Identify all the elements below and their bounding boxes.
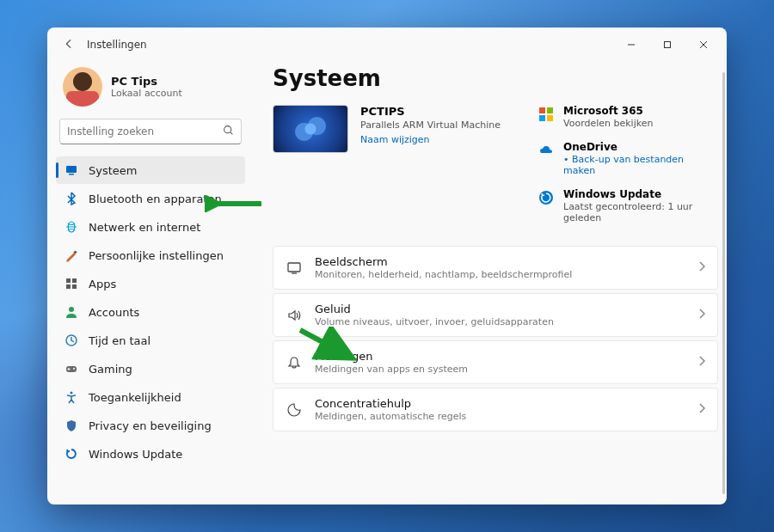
m365-title: Microsoft 365	[563, 105, 653, 117]
setting-geluid[interactable]: GeluidVolume niveaus, uitvoer, invoer, g…	[273, 293, 718, 337]
sidebar-item-gaming[interactable]: Gaming	[56, 355, 245, 382]
svg-rect-16	[539, 107, 545, 113]
main-content: Systeem PCTIPS Parallels ARM Virtual Mac…	[254, 62, 727, 504]
setting-title: Beeldscherm	[315, 255, 686, 268]
update-title: Windows Update	[563, 188, 718, 200]
sidebar-item-label: Persoonlijke instellingen	[89, 249, 224, 262]
svg-point-11	[69, 307, 74, 312]
svg-point-15	[71, 392, 73, 394]
update-sub: Laatst gecontroleerd: 1 uur geleden	[563, 201, 718, 223]
device-sub: Parallels ARM Virtual Machine	[360, 119, 501, 131]
toegankelijkheid-icon	[64, 390, 78, 404]
sidebar-item-label: Netwerk en internet	[89, 221, 200, 234]
sidebar-item-bluetooth[interactable]: Bluetooth en apparaten	[56, 185, 245, 212]
sidebar-item-label: Toegankelijkheid	[89, 391, 181, 404]
accounts-icon	[64, 305, 78, 319]
m365-sub: Voordelen bekijken	[563, 118, 653, 129]
setting-title: Meldingen	[315, 350, 686, 363]
close-button[interactable]	[685, 32, 722, 58]
sidebar-item-tijd[interactable]: Tijd en taal	[56, 327, 245, 354]
back-button[interactable]	[59, 38, 78, 52]
sidebar-item-toegankelijkheid[interactable]: Toegankelijkheid	[56, 383, 245, 411]
search-input[interactable]	[67, 125, 223, 138]
profile-name: PC Tips	[111, 75, 182, 88]
titlebar: Instellingen	[47, 28, 727, 62]
svg-rect-19	[547, 115, 553, 121]
window-title: Instellingen	[87, 39, 147, 51]
onedrive-title: OneDrive	[563, 141, 718, 153]
svg-rect-18	[539, 115, 545, 121]
nav: SysteemBluetooth en apparatenNetwerk en …	[56, 156, 245, 468]
maximize-button[interactable]	[649, 32, 685, 58]
device-block: PCTIPS Parallels ARM Virtual Machine Naa…	[273, 105, 522, 223]
update-icon	[64, 447, 78, 461]
netwerk-icon	[64, 220, 78, 234]
svg-rect-4	[66, 166, 77, 173]
sidebar-item-label: Apps	[89, 278, 116, 290]
sidebar-item-apps[interactable]: Apps	[56, 270, 245, 297]
setting-sub: Meldingen van apps en systeem	[315, 364, 686, 375]
svg-rect-5	[69, 174, 74, 175]
personal-icon	[64, 248, 78, 262]
update-icon	[538, 189, 555, 206]
setting-sub: Volume niveaus, uitvoer, invoer, geluids…	[315, 316, 686, 327]
search-box[interactable]	[59, 119, 242, 144]
onedrive-bullet[interactable]: Back-up van bestanden maken	[563, 154, 718, 176]
apps-icon	[64, 277, 78, 290]
sidebar-item-privacy[interactable]: Privacy en beveiliging	[56, 412, 245, 439]
sidebar-item-label: Privacy en beveiliging	[89, 419, 212, 432]
scrollbar[interactable]	[722, 72, 725, 494]
chevron-right-icon	[698, 261, 705, 274]
search-icon	[223, 125, 234, 138]
device-name: PCTIPS	[360, 105, 501, 118]
setting-title: Concentratiehulp	[315, 397, 686, 410]
settings-list: BeeldschermMonitoren, helderheid, nachtl…	[273, 246, 718, 431]
sidebar-item-netwerk[interactable]: Netwerk en internet	[56, 213, 245, 241]
setting-sub: Meldingen, automatische regels	[315, 411, 686, 422]
onedrive-icon	[538, 142, 555, 159]
device-thumbnail	[273, 105, 348, 153]
svg-rect-1	[665, 42, 671, 48]
sidebar-item-accounts[interactable]: Accounts	[56, 298, 245, 326]
chevron-right-icon	[698, 356, 705, 369]
gaming-icon	[64, 362, 78, 376]
sidebar-item-systeem[interactable]: Systeem	[56, 156, 245, 184]
sidebar-item-label: Systeem	[89, 164, 137, 177]
avatar	[63, 67, 102, 107]
setting-sub: Monitoren, helderheid, nachtlamp, beelds…	[315, 269, 686, 280]
svg-line-3	[230, 132, 232, 134]
sidebar: PC Tips Lokaal account SysteemBluetooth …	[47, 62, 254, 504]
chevron-right-icon	[698, 403, 705, 416]
geluid-icon	[286, 307, 303, 324]
sidebar-item-personal[interactable]: Persoonlijke instellingen	[56, 242, 245, 269]
setting-meldingen[interactable]: MeldingenMeldingen van apps en systeem	[273, 340, 718, 384]
sidebar-item-update[interactable]: Windows Update	[56, 440, 245, 468]
focus-icon	[286, 401, 303, 419]
m365-icon	[538, 106, 555, 123]
profile-sub: Lokaal account	[111, 88, 182, 99]
sidebar-item-label: Accounts	[89, 306, 139, 319]
onedrive-item[interactable]: OneDrive Back-up van bestanden maken	[538, 141, 718, 176]
bluetooth-icon	[64, 192, 78, 205]
setting-beeldscherm[interactable]: BeeldschermMonitoren, helderheid, nachtl…	[273, 246, 718, 290]
rename-link[interactable]: Naam wijzigen	[360, 134, 501, 145]
profile[interactable]: PC Tips Lokaal account	[56, 62, 245, 119]
systeem-icon	[64, 163, 78, 177]
sidebar-item-label: Bluetooth en apparaten	[89, 193, 222, 205]
update-item[interactable]: Windows Update Laatst gecontroleerd: 1 u…	[538, 188, 718, 223]
chevron-right-icon	[698, 309, 705, 321]
svg-rect-7	[66, 278, 71, 283]
page-title: Systeem	[273, 65, 718, 91]
sidebar-item-label: Tijd en taal	[89, 334, 150, 347]
setting-focus[interactable]: ConcentratiehulpMeldingen, automatische …	[273, 388, 718, 431]
svg-rect-9	[66, 284, 71, 289]
svg-point-2	[224, 126, 231, 133]
setting-title: Geluid	[315, 303, 686, 315]
svg-rect-10	[72, 284, 77, 289]
beeldscherm-icon	[286, 260, 303, 277]
svg-rect-8	[72, 278, 77, 283]
svg-rect-21	[288, 263, 300, 272]
tijd-icon	[64, 333, 78, 347]
m365-item[interactable]: Microsoft 365 Voordelen bekijken	[538, 105, 718, 129]
minimize-button[interactable]	[613, 32, 649, 58]
